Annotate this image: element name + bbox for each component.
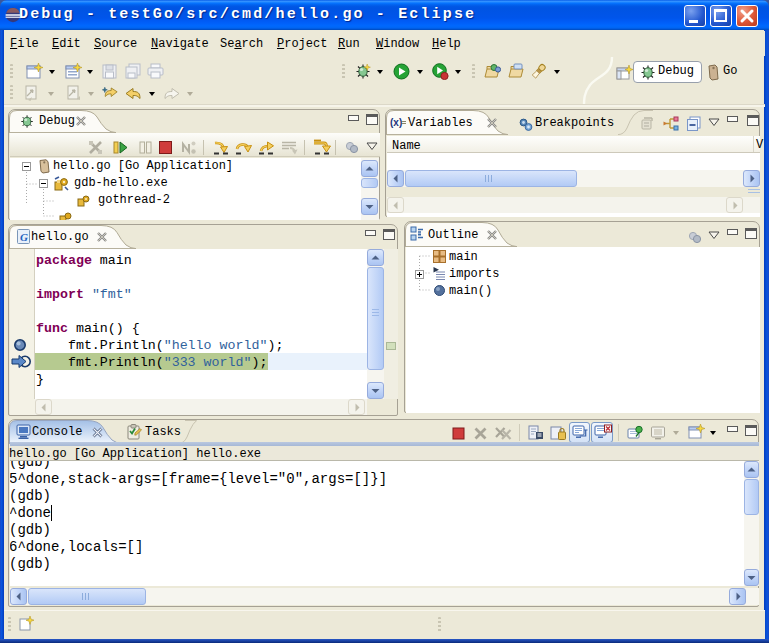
svg-text:G: G [20,231,28,243]
svg-text:=: = [402,118,407,128]
svg-text:(x): (x) [390,117,402,128]
